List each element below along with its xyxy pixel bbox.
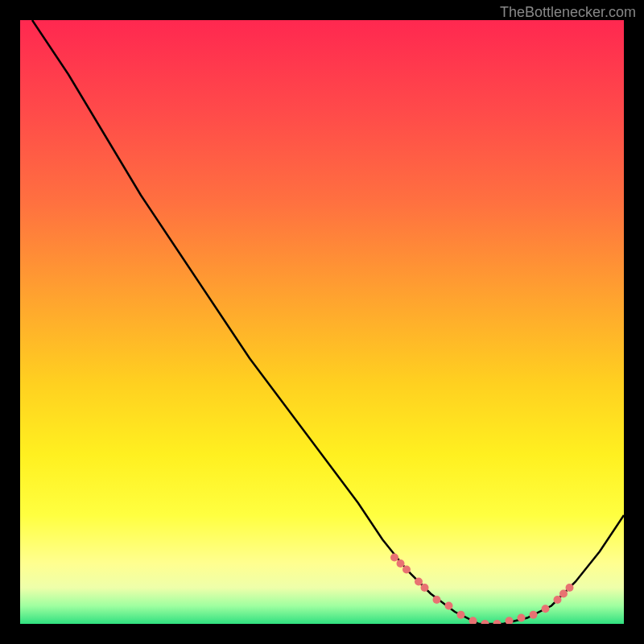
highlight-dot — [542, 605, 550, 613]
watermark-text: TheBottlenecker.com — [500, 4, 636, 21]
highlight-dot — [421, 584, 429, 592]
highlight-dots-group — [390, 554, 574, 625]
chart-container — [20, 20, 624, 624]
highlight-dot — [433, 596, 441, 604]
highlight-dot — [530, 611, 538, 619]
chart-dots-layer — [20, 20, 624, 624]
highlight-dot — [457, 611, 465, 619]
highlight-dot — [554, 596, 562, 604]
highlight-dot — [518, 614, 526, 622]
highlight-dot — [445, 602, 453, 610]
highlight-dot — [493, 620, 502, 624]
highlight-dot — [566, 584, 574, 592]
highlight-dot — [397, 559, 405, 568]
highlight-dot — [415, 578, 423, 586]
highlight-dot — [559, 590, 568, 598]
highlight-dot — [402, 566, 411, 574]
highlight-dot — [481, 620, 489, 624]
highlight-dot — [469, 617, 477, 624]
highlight-dot — [506, 617, 514, 624]
highlight-dot — [390, 554, 398, 562]
